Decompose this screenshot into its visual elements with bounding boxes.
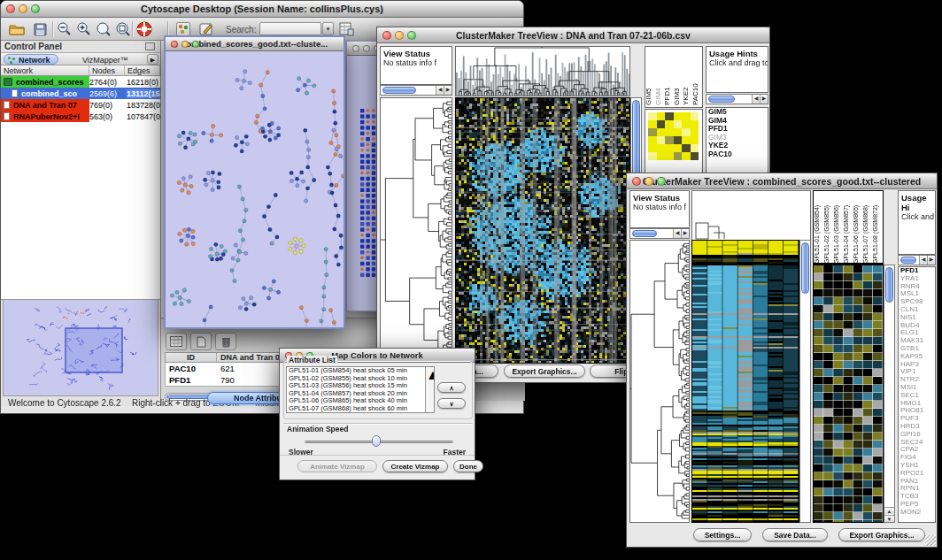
- resize-grip[interactable]: [925, 535, 936, 546]
- treeview1-titlebar[interactable]: ClusterMaker TreeView : DNA and Tran 07-…: [377, 27, 769, 43]
- zoom-window-icon[interactable]: [407, 31, 416, 40]
- zoom-window-icon[interactable]: [192, 41, 199, 48]
- move-up-button[interactable]: ∧: [437, 382, 466, 393]
- minimize-icon[interactable]: [363, 45, 370, 52]
- zoom-in-icon[interactable]: [75, 20, 93, 38]
- desktop: Cytoscape Desktop (Session Name: collins…: [0, 0, 942, 560]
- heatmap-global[interactable]: [691, 240, 799, 523]
- column-label: GPL51-02 (GSM855): [823, 191, 833, 264]
- tab-vizmapper[interactable]: VizMapper™: [82, 55, 128, 65]
- main-window-title: Cytoscape Desktop (Session Name: collins…: [141, 4, 383, 14]
- column-labels-panel: GPL51-01 (GSM854)GPL51-02 (GSM855)GPL51-…: [813, 190, 884, 265]
- network-name-cell: combined_sco: [1, 88, 89, 99]
- matrix-cell: [691, 152, 699, 160]
- summary-matrix[interactable]: [648, 112, 699, 160]
- zoom-actual-icon[interactable]: [95, 20, 112, 38]
- usage-hints-hscrollbar[interactable]: ◀▶: [706, 94, 768, 104]
- column-id[interactable]: ID: [166, 353, 217, 362]
- attribute-item[interactable]: GPL51-07 (GSM868) heat shock 60 min: [287, 405, 434, 413]
- settings-button[interactable]: Settings...: [693, 528, 752, 541]
- zoom-fit-selected-icon[interactable]: [114, 20, 132, 38]
- new-attribute-icon[interactable]: [190, 333, 212, 350]
- column-label: GPL51-08 (GSM872): [872, 191, 882, 264]
- matrix-cell: [682, 136, 691, 144]
- zoom-out-icon[interactable]: [56, 20, 73, 38]
- main-titlebar[interactable]: Cytoscape Desktop (Session Name: collins…: [1, 1, 523, 18]
- help-lifering-icon[interactable]: [135, 20, 153, 38]
- heatmap-zoom[interactable]: [813, 265, 884, 523]
- column-dendrogram[interactable]: [455, 46, 630, 96]
- attribute-list-vscrollbar[interactable]: ▲▼: [425, 367, 434, 412]
- network-mini-icon: [8, 57, 15, 64]
- row-dendrogram[interactable]: [380, 97, 452, 364]
- zoom-window-icon[interactable]: [657, 177, 666, 186]
- usage-hints-text: Click and drag tc: [706, 58, 768, 67]
- zoom-window-icon[interactable]: [31, 4, 40, 13]
- minimize-icon[interactable]: [19, 4, 27, 13]
- heatmap-global[interactable]: [455, 97, 630, 364]
- minimize-icon[interactable]: [395, 31, 404, 40]
- network-overview[interactable]: [3, 299, 158, 396]
- close-icon[interactable]: [632, 177, 641, 186]
- view-status-panel: View Status No status info f: [629, 190, 690, 228]
- attribute-listbox[interactable]: GPL51-01 (GSM854) heat shock 05 minGPL51…: [286, 366, 435, 413]
- usage-hints-panel: Usage Hi Click and: [898, 190, 936, 255]
- minimize-icon[interactable]: [181, 41, 189, 48]
- document-icon: [4, 112, 10, 120]
- view-status-hscrollbar[interactable]: ◀▶: [380, 85, 452, 96]
- control-panel-title: Control Panel: [4, 42, 62, 51]
- close-icon[interactable]: [171, 41, 178, 48]
- minimize-icon[interactable]: [645, 177, 653, 186]
- column-dendrogram[interactable]: [691, 190, 811, 242]
- matrix-cell: [648, 136, 657, 144]
- column-labels: GIM5GIM4PFD1GIM3YKE2PAC10: [645, 47, 702, 107]
- row-dendrogram[interactable]: [629, 240, 690, 523]
- close-icon[interactable]: [6, 4, 15, 13]
- donebutton[interactable]: Done: [453, 460, 483, 472]
- heatmap-vscrollbar[interactable]: [799, 240, 811, 523]
- network-list-row[interactable]: combined_scores2764(0)16218(0): [1, 76, 160, 88]
- matrix-cell: [665, 128, 674, 136]
- network1-canvas[interactable]: [166, 51, 344, 326]
- export-graphics-button[interactable]: Export Graphics...: [838, 528, 925, 541]
- close-icon[interactable]: [382, 31, 391, 40]
- network-table-filler: [1, 122, 160, 300]
- heatmap-zoom-vscrollbar[interactable]: ▲▼: [884, 265, 895, 523]
- delete-attribute-trash-icon[interactable]: [215, 333, 236, 350]
- matrix-cell: [691, 128, 699, 136]
- view-status-text: No status info f: [381, 58, 452, 67]
- network-list-row[interactable]: combined_sco2569(6)13112(15): [1, 88, 160, 99]
- matrix-cell: [665, 112, 674, 120]
- save-disk-icon[interactable]: [31, 20, 49, 38]
- view-status-title: View Status: [381, 47, 452, 58]
- toolbar-separator: [52, 21, 53, 37]
- tab-network[interactable]: Network: [4, 54, 58, 65]
- column-network[interactable]: Network: [1, 65, 89, 75]
- close-icon[interactable]: [352, 45, 359, 52]
- matrix-cell: [648, 152, 657, 160]
- network-list-row[interactable]: RNAPuberNov2+I563(0)107847(0): [1, 111, 160, 122]
- create-vizmapbutton[interactable]: Create Vizmap: [382, 460, 448, 472]
- usage-hints-panel: Usage Hints Click and drag tc: [706, 46, 768, 93]
- matrix-cell: [657, 152, 666, 160]
- view-status-hscrollbar[interactable]: ◀▶: [629, 228, 690, 239]
- move-down-button[interactable]: ∨: [437, 398, 466, 409]
- search-input[interactable]: [259, 22, 321, 35]
- treeview2-titlebar[interactable]: ClusterMaker TreeView : combined_scores_…: [627, 173, 937, 189]
- slider-thumb[interactable]: [372, 435, 381, 447]
- matrix-cell: [657, 112, 666, 120]
- column-label: YKE2: [683, 47, 692, 105]
- float-panel-icon[interactable]: [145, 42, 155, 50]
- save-data-button[interactable]: Save Data...: [762, 528, 828, 541]
- network-list-row[interactable]: DNA and Tran 07769(0)183728(0): [1, 99, 160, 111]
- open-folder-icon[interactable]: [8, 20, 26, 38]
- column-edges[interactable]: Edges: [125, 65, 160, 75]
- usage-hints-hscrollbar[interactable]: ◀▶: [898, 255, 936, 265]
- window-controls: [171, 41, 199, 48]
- tab-overflow-arrow-icon[interactable]: ▶: [147, 54, 158, 65]
- search-dropdown-icon[interactable]: ▼: [322, 22, 334, 35]
- select-attributes-icon[interactable]: [166, 333, 187, 350]
- column-nodes[interactable]: Nodes: [89, 65, 125, 75]
- export-graphics-button[interactable]: Export Graphics...: [504, 364, 585, 378]
- network1-titlebar[interactable]: combined_scores_good.txt--cluste...: [166, 37, 344, 51]
